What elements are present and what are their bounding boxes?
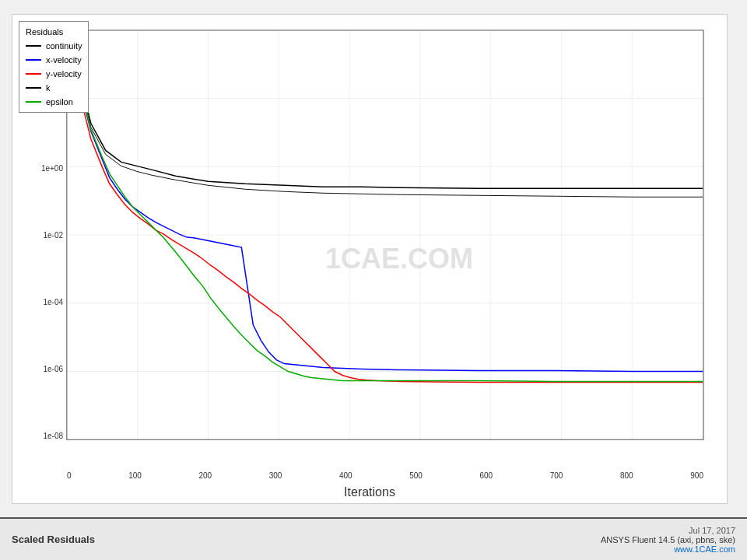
legend-label-epsilon: epsilon [46,95,73,109]
legend-line-continuity [26,45,41,47]
bottom-bar: Scaled Residuals Jul 17, 2017 ANSYS Flue… [0,517,747,560]
legend-label-x-velocity: x-velocity [46,53,82,67]
date-label: Jul 17, 2017 [601,526,735,535]
bottom-right-info: Jul 17, 2017 ANSYS Fluent 14.5 (axi, pbn… [601,526,735,554]
chart-wrapper: Residuals continuity x-velocity y-veloci… [12,14,728,504]
legend-label-continuity: continuity [46,39,82,53]
url-label: www.1CAE.com [601,544,735,554]
legend-item-x-velocity: x-velocity [26,53,82,67]
chart-svg [12,15,727,503]
legend-label-k: k [46,81,51,95]
line-epsilon [67,30,703,381]
legend-item-k: k [26,81,82,95]
legend-item-y-velocity: y-velocity [26,67,82,81]
software-label: ANSYS Fluent 14.5 (axi, pbns, ske) [601,535,735,544]
legend-title: Residuals [26,25,82,39]
legend: Residuals continuity x-velocity y-veloci… [19,21,89,113]
legend-line-epsilon [26,101,41,103]
main-container: Residuals continuity x-velocity y-veloci… [0,0,747,560]
line-continuity [67,30,703,187]
legend-item-epsilon: epsilon [26,95,82,109]
legend-line-k [26,87,41,89]
line-y-velocity [67,30,703,382]
legend-title-text: Residuals [26,25,63,39]
legend-label-y-velocity: y-velocity [46,67,82,81]
legend-item-continuity: continuity [26,39,82,53]
legend-line-y-velocity [26,73,41,75]
line-x-velocity [67,30,703,371]
scaled-residuals-label: Scaled Residuals [12,534,95,545]
legend-line-x-velocity [26,59,41,61]
chart-area: Residuals continuity x-velocity y-veloci… [0,0,747,517]
